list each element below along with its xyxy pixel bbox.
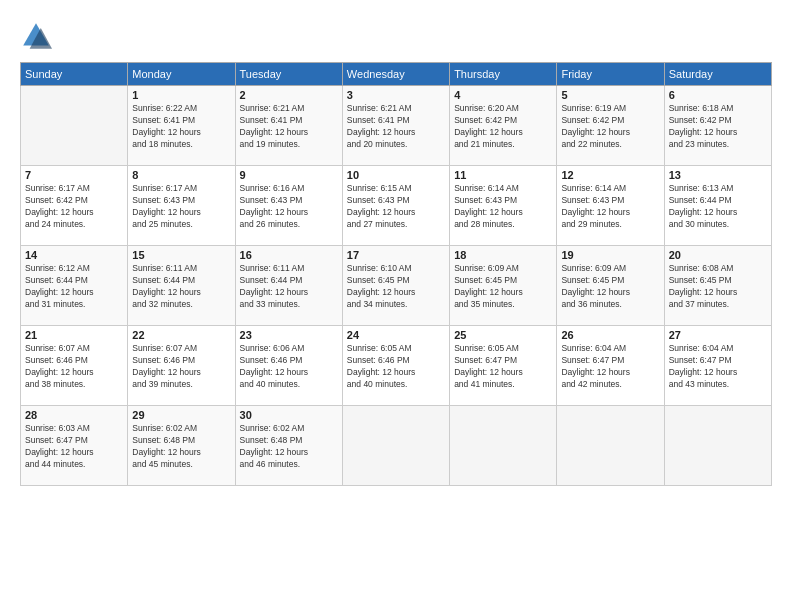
calendar-row: 7Sunrise: 6:17 AMSunset: 6:42 PMDaylight… [21, 166, 772, 246]
day-info: Sunrise: 6:20 AMSunset: 6:42 PMDaylight:… [454, 103, 552, 151]
day-number: 20 [669, 249, 767, 261]
day-info: Sunrise: 6:21 AMSunset: 6:41 PMDaylight:… [240, 103, 338, 151]
day-number: 28 [25, 409, 123, 421]
day-info: Sunrise: 6:17 AMSunset: 6:43 PMDaylight:… [132, 183, 230, 231]
calendar-cell: 11Sunrise: 6:14 AMSunset: 6:43 PMDayligh… [450, 166, 557, 246]
day-header: Tuesday [235, 63, 342, 86]
calendar-cell [342, 406, 449, 486]
calendar-row: 14Sunrise: 6:12 AMSunset: 6:44 PMDayligh… [21, 246, 772, 326]
calendar-cell: 20Sunrise: 6:08 AMSunset: 6:45 PMDayligh… [664, 246, 771, 326]
day-info: Sunrise: 6:07 AMSunset: 6:46 PMDaylight:… [132, 343, 230, 391]
calendar-cell: 4Sunrise: 6:20 AMSunset: 6:42 PMDaylight… [450, 86, 557, 166]
day-number: 11 [454, 169, 552, 181]
day-info: Sunrise: 6:18 AMSunset: 6:42 PMDaylight:… [669, 103, 767, 151]
day-info: Sunrise: 6:03 AMSunset: 6:47 PMDaylight:… [25, 423, 123, 471]
day-header: Monday [128, 63, 235, 86]
header-row: SundayMondayTuesdayWednesdayThursdayFrid… [21, 63, 772, 86]
calendar-cell: 22Sunrise: 6:07 AMSunset: 6:46 PMDayligh… [128, 326, 235, 406]
calendar-cell: 3Sunrise: 6:21 AMSunset: 6:41 PMDaylight… [342, 86, 449, 166]
calendar-cell: 23Sunrise: 6:06 AMSunset: 6:46 PMDayligh… [235, 326, 342, 406]
calendar-row: 21Sunrise: 6:07 AMSunset: 6:46 PMDayligh… [21, 326, 772, 406]
day-number: 26 [561, 329, 659, 341]
day-number: 22 [132, 329, 230, 341]
calendar-cell: 28Sunrise: 6:03 AMSunset: 6:47 PMDayligh… [21, 406, 128, 486]
day-number: 23 [240, 329, 338, 341]
calendar-cell [21, 86, 128, 166]
day-info: Sunrise: 6:06 AMSunset: 6:46 PMDaylight:… [240, 343, 338, 391]
day-number: 18 [454, 249, 552, 261]
day-info: Sunrise: 6:08 AMSunset: 6:45 PMDaylight:… [669, 263, 767, 311]
calendar-cell: 29Sunrise: 6:02 AMSunset: 6:48 PMDayligh… [128, 406, 235, 486]
day-number: 1 [132, 89, 230, 101]
day-info: Sunrise: 6:11 AMSunset: 6:44 PMDaylight:… [240, 263, 338, 311]
calendar-cell: 30Sunrise: 6:02 AMSunset: 6:48 PMDayligh… [235, 406, 342, 486]
calendar-cell: 18Sunrise: 6:09 AMSunset: 6:45 PMDayligh… [450, 246, 557, 326]
calendar-cell: 16Sunrise: 6:11 AMSunset: 6:44 PMDayligh… [235, 246, 342, 326]
calendar-cell: 8Sunrise: 6:17 AMSunset: 6:43 PMDaylight… [128, 166, 235, 246]
calendar-cell: 21Sunrise: 6:07 AMSunset: 6:46 PMDayligh… [21, 326, 128, 406]
calendar-row: 28Sunrise: 6:03 AMSunset: 6:47 PMDayligh… [21, 406, 772, 486]
day-info: Sunrise: 6:19 AMSunset: 6:42 PMDaylight:… [561, 103, 659, 151]
logo-icon [20, 20, 52, 52]
day-info: Sunrise: 6:16 AMSunset: 6:43 PMDaylight:… [240, 183, 338, 231]
calendar-cell: 12Sunrise: 6:14 AMSunset: 6:43 PMDayligh… [557, 166, 664, 246]
day-header: Saturday [664, 63, 771, 86]
day-number: 25 [454, 329, 552, 341]
day-info: Sunrise: 6:15 AMSunset: 6:43 PMDaylight:… [347, 183, 445, 231]
day-number: 17 [347, 249, 445, 261]
day-info: Sunrise: 6:02 AMSunset: 6:48 PMDaylight:… [132, 423, 230, 471]
day-number: 2 [240, 89, 338, 101]
day-info: Sunrise: 6:17 AMSunset: 6:42 PMDaylight:… [25, 183, 123, 231]
day-info: Sunrise: 6:04 AMSunset: 6:47 PMDaylight:… [561, 343, 659, 391]
day-number: 29 [132, 409, 230, 421]
day-info: Sunrise: 6:05 AMSunset: 6:47 PMDaylight:… [454, 343, 552, 391]
calendar-cell: 27Sunrise: 6:04 AMSunset: 6:47 PMDayligh… [664, 326, 771, 406]
header [20, 20, 772, 52]
day-info: Sunrise: 6:05 AMSunset: 6:46 PMDaylight:… [347, 343, 445, 391]
day-header: Friday [557, 63, 664, 86]
calendar-row: 1Sunrise: 6:22 AMSunset: 6:41 PMDaylight… [21, 86, 772, 166]
day-number: 24 [347, 329, 445, 341]
day-number: 16 [240, 249, 338, 261]
calendar-cell [450, 406, 557, 486]
day-number: 13 [669, 169, 767, 181]
calendar-cell: 17Sunrise: 6:10 AMSunset: 6:45 PMDayligh… [342, 246, 449, 326]
day-info: Sunrise: 6:10 AMSunset: 6:45 PMDaylight:… [347, 263, 445, 311]
calendar-cell: 25Sunrise: 6:05 AMSunset: 6:47 PMDayligh… [450, 326, 557, 406]
day-info: Sunrise: 6:09 AMSunset: 6:45 PMDaylight:… [561, 263, 659, 311]
day-number: 19 [561, 249, 659, 261]
calendar-cell: 10Sunrise: 6:15 AMSunset: 6:43 PMDayligh… [342, 166, 449, 246]
day-info: Sunrise: 6:21 AMSunset: 6:41 PMDaylight:… [347, 103, 445, 151]
day-number: 14 [25, 249, 123, 261]
day-number: 15 [132, 249, 230, 261]
day-info: Sunrise: 6:14 AMSunset: 6:43 PMDaylight:… [454, 183, 552, 231]
day-number: 8 [132, 169, 230, 181]
day-header: Wednesday [342, 63, 449, 86]
calendar-cell [557, 406, 664, 486]
day-number: 7 [25, 169, 123, 181]
day-number: 30 [240, 409, 338, 421]
calendar-cell: 15Sunrise: 6:11 AMSunset: 6:44 PMDayligh… [128, 246, 235, 326]
day-number: 21 [25, 329, 123, 341]
day-header: Sunday [21, 63, 128, 86]
calendar-cell: 26Sunrise: 6:04 AMSunset: 6:47 PMDayligh… [557, 326, 664, 406]
day-number: 10 [347, 169, 445, 181]
day-number: 6 [669, 89, 767, 101]
day-number: 3 [347, 89, 445, 101]
day-header: Thursday [450, 63, 557, 86]
calendar-cell: 19Sunrise: 6:09 AMSunset: 6:45 PMDayligh… [557, 246, 664, 326]
calendar-cell: 7Sunrise: 6:17 AMSunset: 6:42 PMDaylight… [21, 166, 128, 246]
day-info: Sunrise: 6:12 AMSunset: 6:44 PMDaylight:… [25, 263, 123, 311]
calendar-cell: 14Sunrise: 6:12 AMSunset: 6:44 PMDayligh… [21, 246, 128, 326]
calendar-cell [664, 406, 771, 486]
day-info: Sunrise: 6:11 AMSunset: 6:44 PMDaylight:… [132, 263, 230, 311]
day-info: Sunrise: 6:04 AMSunset: 6:47 PMDaylight:… [669, 343, 767, 391]
calendar-cell: 2Sunrise: 6:21 AMSunset: 6:41 PMDaylight… [235, 86, 342, 166]
day-info: Sunrise: 6:09 AMSunset: 6:45 PMDaylight:… [454, 263, 552, 311]
logo [20, 20, 58, 52]
day-info: Sunrise: 6:22 AMSunset: 6:41 PMDaylight:… [132, 103, 230, 151]
calendar-cell: 5Sunrise: 6:19 AMSunset: 6:42 PMDaylight… [557, 86, 664, 166]
day-number: 5 [561, 89, 659, 101]
day-number: 27 [669, 329, 767, 341]
day-number: 12 [561, 169, 659, 181]
